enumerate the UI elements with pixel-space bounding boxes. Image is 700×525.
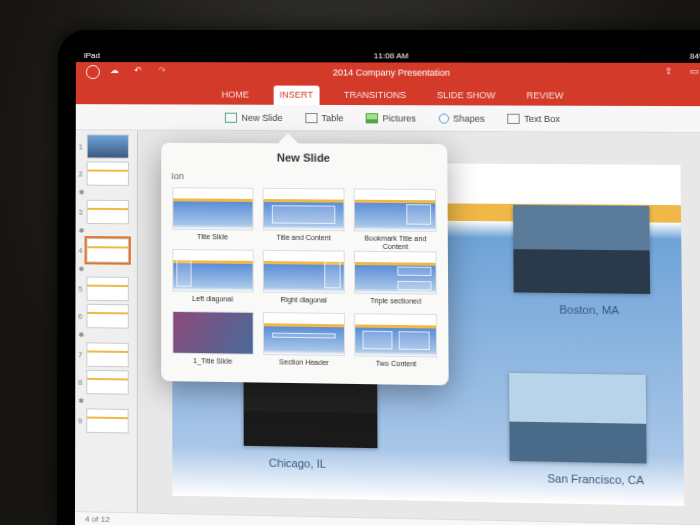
title-bar: ☁ ↶ ↷ 2014 Company Presentation ⇪ ▭ [76,62,700,83]
table-icon [305,112,317,122]
slide-thumb[interactable] [87,238,129,263]
layout-option[interactable]: Title Slide [169,187,256,248]
caption-boston: Boston, MA [559,303,619,316]
redo-icon[interactable]: ↷ [158,65,172,79]
battery-label: 84% [690,51,700,60]
layout-option[interactable]: Section Header [260,312,348,374]
table-button[interactable]: Table [305,112,343,122]
cloud-icon[interactable]: ☁ [110,65,124,79]
tab-bar: HOME INSERT TRANSITIONS SLIDE SHOW REVIE… [76,82,700,106]
slide-thumb[interactable] [86,370,128,395]
slide-thumb[interactable] [86,342,128,367]
slide-counter: 4 of 12 [85,514,110,524]
tab-review[interactable]: REVIEW [520,86,570,106]
clock: 11:08 AM [374,51,409,60]
layout-option[interactable]: Bookmark Title and Content [351,188,439,249]
layout-option[interactable]: Title and Content [260,188,347,249]
document-title: 2014 Company Presentation [333,67,450,77]
slide-thumb[interactable] [87,134,129,158]
ribbon: New Slide Table Pictures Shapes Text Box [76,104,700,133]
pictures-icon [366,113,378,123]
slide-thumb[interactable] [87,200,129,225]
layout-option[interactable]: 1_Title Slide [169,311,256,372]
pictures-button[interactable]: Pictures [366,113,416,123]
undo-icon[interactable]: ↶ [134,65,148,79]
popover-title: New Slide [161,143,447,171]
new-slide-button[interactable]: New Slide [225,112,282,122]
layout-option[interactable]: Left diagonal [169,249,256,310]
new-slide-popover: New Slide Ion Title Slide Title and Cont… [161,143,449,386]
layout-option[interactable]: Triple sectioned [352,251,440,312]
textbox-button[interactable]: Text Box [507,113,560,123]
layout-option[interactable]: Right diagonal [260,250,348,311]
tab-insert[interactable]: INSERT [273,86,319,105]
tab-slideshow[interactable]: SLIDE SHOW [431,86,502,106]
textbox-icon [507,113,520,123]
ios-status-bar: iPad 11:08 AM 84% [76,48,700,63]
caption-sf: San Francisco, CA [547,472,644,486]
app-screen: iPad 11:08 AM 84% ☁ ↶ ↷ 2014 Company Pre… [75,48,700,525]
slide-thumb[interactable] [87,161,129,185]
share-icon[interactable]: ⇪ [665,66,680,80]
slide-thumb[interactable] [86,304,128,329]
shapes-icon [439,113,449,123]
slide-thumbnails-panel[interactable]: 1 2 ✱ 3 ✱ 4 ✱ 5 6 ✱ 7 8 ✱ 9 [75,130,138,525]
layout-grid: Title Slide Title and Content Bookmark T… [161,183,449,379]
device-label: iPad [84,51,100,60]
new-slide-icon [225,112,237,122]
slide-thumb[interactable] [86,408,128,433]
back-icon[interactable] [86,65,100,79]
present-icon[interactable]: ▭ [690,66,700,80]
photo-boston[interactable] [513,205,650,294]
caption-chicago: Chicago, IL [269,456,326,469]
photo-sf[interactable] [509,373,647,464]
slide-thumb[interactable] [86,276,128,301]
tab-home[interactable]: HOME [216,85,256,104]
shapes-button[interactable]: Shapes [439,113,485,123]
tab-transitions[interactable]: TRANSITIONS [338,86,413,106]
ipad-frame: iPad 11:08 AM 84% ☁ ↶ ↷ 2014 Company Pre… [57,30,700,525]
layout-option[interactable]: Two Content [352,313,441,375]
